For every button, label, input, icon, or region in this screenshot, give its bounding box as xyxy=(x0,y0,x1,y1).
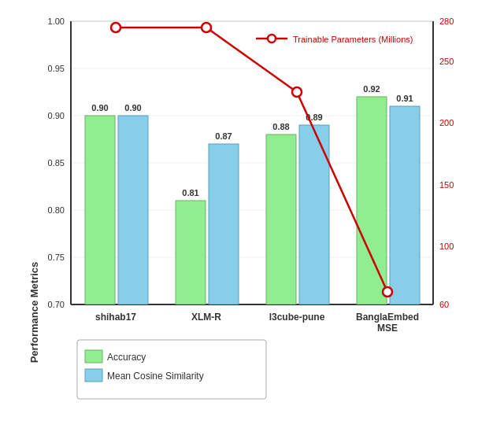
legend-accuracy-label: Accuracy xyxy=(107,352,146,363)
y-axis-label-70: 0.70 xyxy=(48,300,65,309)
legend-accuracy-swatch xyxy=(85,350,102,363)
xlabel-banglaembed1: BanglaEmbed xyxy=(356,312,419,323)
label-l3cube-accuracy: 0.88 xyxy=(272,122,289,131)
bar-banglaembed-cosine xyxy=(390,106,420,304)
y-axis-label-80: 0.80 xyxy=(48,205,65,215)
xlabel-xlmr: XLM-R xyxy=(191,312,221,323)
y-axis-label-100: 1.00 xyxy=(48,17,65,26)
y-right-label-60: 60 xyxy=(439,300,449,309)
params-dot-banglaembed xyxy=(383,287,392,297)
label-banglaembed-accuracy: 0.92 xyxy=(363,84,380,94)
bar-xlmr-accuracy xyxy=(176,201,206,304)
bar-xlmr-cosine xyxy=(209,144,239,304)
params-dot-l3cube xyxy=(292,87,302,97)
params-dot-shihab17 xyxy=(111,23,120,32)
y-right-label-200: 200 xyxy=(439,118,454,127)
label-banglaembed-cosine: 0.91 xyxy=(396,94,413,103)
legend-params-label: Trainable Parameters (Millions) xyxy=(293,35,413,44)
y-right-label-100: 100 xyxy=(439,242,454,251)
y-axis-label-75: 0.75 xyxy=(48,253,65,262)
y-right-label-150: 150 xyxy=(439,180,454,190)
label-xlmr-accuracy: 0.81 xyxy=(182,188,198,197)
legend-box xyxy=(77,340,266,399)
legend-params-dot xyxy=(268,35,276,42)
xlabel-banglaembed2: MSE xyxy=(377,323,398,334)
label-shihab17-cosine: 0.90 xyxy=(124,103,141,113)
bar-l3cube-accuracy xyxy=(266,135,296,304)
xlabel-l3cube: l3cube-pune xyxy=(269,312,325,323)
y-right-label-250: 250 xyxy=(439,57,454,66)
y-axis-label-90: 0.90 xyxy=(48,111,65,120)
legend-cosine-swatch xyxy=(85,369,102,382)
label-shihab17-accuracy: 0.90 xyxy=(91,103,108,113)
bar-shihab17-cosine xyxy=(118,116,148,304)
y-axis-label-85: 0.85 xyxy=(48,158,65,168)
bar-banglaembed-accuracy xyxy=(357,97,387,304)
bar-shihab17-accuracy xyxy=(85,116,115,304)
y-left-title: Performance Metrics xyxy=(28,262,40,363)
y-axis-label-95: 0.95 xyxy=(48,64,65,73)
xlabel-shihab17: shihab17 xyxy=(95,312,136,323)
chart-container: 1.00 0.95 0.90 0.85 0.80 0.75 0.70 280 2… xyxy=(16,13,488,415)
y-right-label-280: 280 xyxy=(439,17,454,26)
params-dot-xlmr xyxy=(202,23,211,32)
legend-cosine-label: Mean Cosine Similarity xyxy=(107,371,204,382)
label-xlmr-cosine: 0.87 xyxy=(215,131,232,141)
